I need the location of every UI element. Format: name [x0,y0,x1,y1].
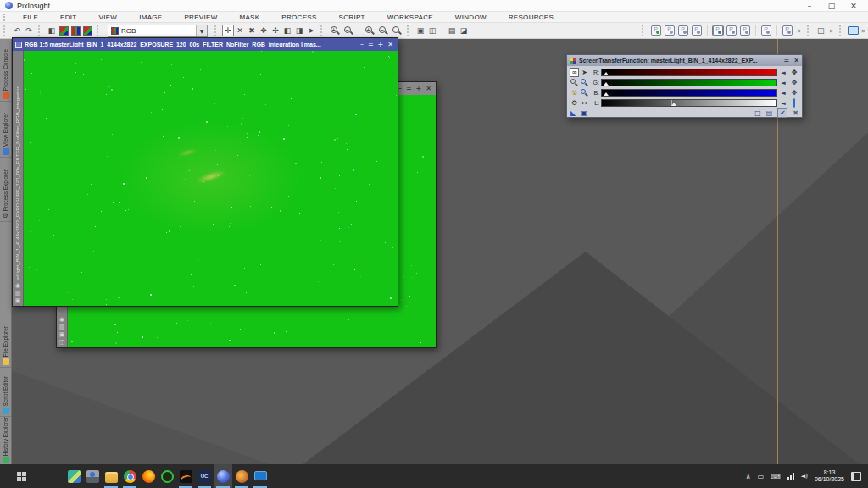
undo-icon[interactable]: ↶ [11,25,23,36]
blue-transfer-bar[interactable] [601,89,777,97]
process-add-icon[interactable] [726,25,737,36]
taskbar-display-app[interactable] [251,464,270,488]
tray-keyboard-icon[interactable]: ⌨ [771,473,781,480]
menu-view[interactable]: VIEW [88,14,129,21]
rgb-channels-icon[interactable] [70,25,81,36]
menu-script[interactable]: SCRIPT [328,14,376,21]
zoom-button[interactable]: + [378,38,384,51]
image-window-1-titlebar[interactable]: RGB 1:5 masterLight_BIN_1_4144x2822_EXPO… [13,38,398,51]
shade-button[interactable]: = [406,82,412,95]
lum-transfer-bar[interactable] [601,99,777,107]
select-pointer-icon[interactable]: ➤ [305,25,317,36]
edit-preview-icon[interactable]: ◫ [426,25,438,36]
speaker-icon[interactable]: ◄) [801,473,808,480]
readout-shift-icon[interactable]: ↔ [580,98,589,108]
taskbar-file-explorer[interactable] [102,464,120,488]
menu-window[interactable]: WINDOW [444,14,498,21]
reset-lum-icon[interactable]: ◄ [779,100,787,107]
menu-image[interactable]: IMAGE [128,14,173,21]
red-transfer-bar[interactable] [601,69,777,76]
menu-resources[interactable]: RESOURCES [498,14,565,21]
toolbar-overflow-icon[interactable]: » [797,27,801,35]
tab-history-explorer[interactable]: History Explorer [0,417,11,464]
image-window-1[interactable]: RGB 1:5 masterLight_BIN_1_4144x2822_EXPO… [12,37,398,307]
iconize-button[interactable]: – [398,82,402,95]
zoom-out-icon[interactable] [580,88,589,97]
tab-file-explorer[interactable]: File Explorer [0,313,11,368]
center-image-icon[interactable]: ✥ [258,25,270,36]
process-clone-icon[interactable] [692,25,702,36]
tab-view-explorer[interactable]: View Explorer [0,102,11,158]
browse-doc-icon[interactable]: □ [754,109,761,117]
clock[interactable]: 8:13 06/10/2025 [815,469,844,483]
menu-process[interactable]: PROCESS [270,14,327,21]
process-save-icon[interactable] [761,25,771,36]
menu-mask[interactable]: MASK [228,14,270,21]
zoom-fill-icon[interactable] [390,25,403,36]
image-canvas-1[interactable] [24,51,398,306]
minimize-button[interactable]: – [800,1,819,11]
reset-red-icon[interactable]: ◄ [779,69,787,76]
iconize-button[interactable]: – [360,38,364,51]
zoom-out-icon[interactable]: − [342,25,355,36]
tray-chevron-icon[interactable]: ∧ [746,473,751,480]
zoom-button[interactable]: + [416,82,422,95]
tab-process-explorer[interactable]: Process Explorer ⚙ [0,158,11,222]
close-dialog-button[interactable]: ✕ [793,55,799,66]
red-target-icon[interactable]: ✥ [789,69,799,76]
taskbar-chrome[interactable] [120,464,139,488]
taskbar-green-ring-app[interactable] [158,464,176,488]
zoom-in-icon[interactable] [570,78,579,87]
menu-preview[interactable]: PREVIEW [173,14,228,21]
close-button[interactable]: ✕ [844,1,863,11]
zoom-out-mode-icon[interactable]: ✖ [246,25,258,36]
network-icon[interactable] [787,473,794,480]
process-edit-icon[interactable] [665,25,675,36]
zoom-1-1-icon[interactable]: + [363,25,376,36]
blue-target-icon[interactable]: ✥ [789,89,799,97]
screen-display-icon[interactable] [847,25,859,36]
green-target-icon[interactable]: ✥ [789,79,799,86]
new-preview-icon[interactable]: ▣ [415,25,426,36]
taskbar-remote-app[interactable] [83,464,102,488]
reset-blue-icon[interactable]: ◄ [779,90,787,97]
process-history-icon[interactable] [678,25,688,36]
lum-display-icon[interactable] [789,99,799,107]
process-explorer-icon[interactable] [713,25,723,36]
action-center-icon[interactable] [851,472,861,481]
new-instance-icon[interactable]: ◣ [570,109,576,117]
taskbar-globe-app[interactable] [232,464,251,488]
close-window-button[interactable]: ✕ [426,82,431,95]
link-rgb-icon[interactable]: ∞ [570,68,579,77]
auto-stretch-icon[interactable]: ☢ [570,88,579,97]
split-view-icon[interactable]: ▤ [446,25,458,36]
menu-edit[interactable]: EDIT [49,14,87,21]
channel-selector[interactable]: RGB ▼ [108,25,208,37]
menu-workspace[interactable]: WORKSPACE [376,14,444,21]
fit-window-icon[interactable]: ✣ [270,25,281,36]
tab-script-editor[interactable]: Script Editor [0,368,11,417]
readout-icon[interactable]: ◧ [46,25,58,36]
zoom-in-mode-icon[interactable]: ✕ [234,25,246,36]
screen-window-icon[interactable] [58,25,70,36]
panel-overflow-icon[interactable]: » [829,27,833,35]
redo-icon[interactable]: ↷ [23,25,35,36]
pan-mode-icon[interactable]: ✛ [222,25,234,36]
green-transfer-bar[interactable] [601,79,777,86]
normal-display-icon[interactable]: ◨ [293,25,305,36]
tray-display-icon[interactable]: ▭ [758,473,765,480]
stf-titlebar[interactable]: ScreenTransferFunction: masterLight_BIN_… [567,55,802,66]
shade-button[interactable]: = [784,55,790,66]
doc-page-icon[interactable]: ▤ [766,109,773,117]
process-new-icon[interactable] [651,25,661,36]
stf-dialog[interactable]: ScreenTransferFunction: masterLight_BIN_… [566,54,803,118]
channel-selector-dropdown-icon[interactable]: ▼ [196,25,207,36]
shade-button[interactable]: = [368,38,374,51]
rgb-alpha-icon[interactable] [81,25,93,36]
maximize-button[interactable]: □ [822,1,841,11]
process-remove-icon[interactable] [740,25,750,36]
stf-settings-icon[interactable]: ⚙ [570,98,579,108]
taskbar-firefox[interactable] [139,464,158,488]
crop-frame-icon[interactable]: ◪ [458,25,470,36]
reset-green-icon[interactable]: ◄ [779,80,787,86]
